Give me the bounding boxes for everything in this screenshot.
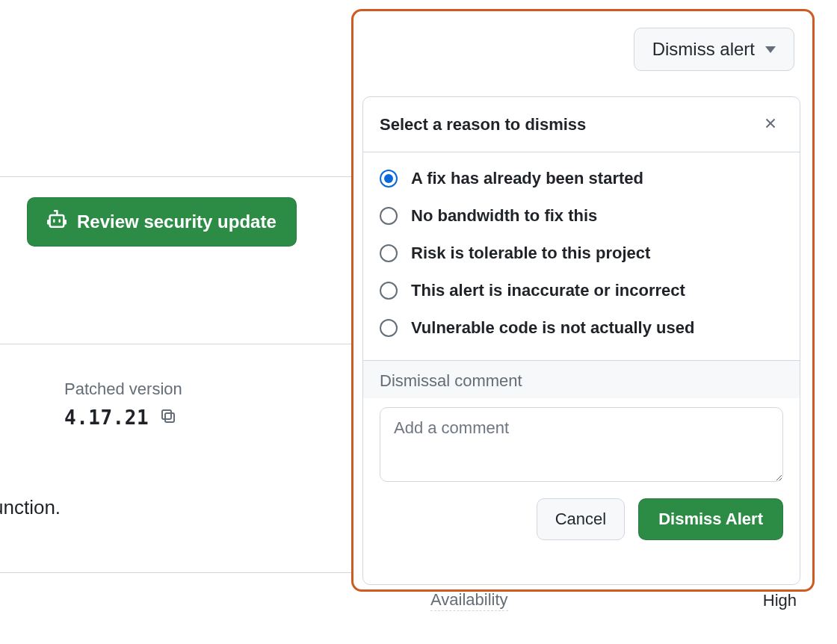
copy-icon[interactable]: [159, 407, 177, 428]
radio-icon: [380, 207, 398, 225]
option-label: Risk is tolerable to this project: [411, 244, 650, 263]
description-fragment: unction.: [0, 496, 61, 519]
option-label: Vulnerable code is not actually used: [411, 318, 694, 338]
option-fix-started[interactable]: A fix has already been started: [380, 160, 783, 197]
modal-title: Select a reason to dismiss: [380, 115, 586, 134]
button-label: Review security update: [77, 211, 277, 232]
svg-rect-0: [165, 413, 174, 422]
option-label: This alert is inaccurate or incorrect: [411, 281, 685, 300]
dismissal-comment-input[interactable]: [380, 407, 783, 482]
option-code-unused[interactable]: Vulnerable code is not actually used: [380, 309, 783, 347]
radio-icon: [380, 244, 398, 262]
dismissal-comment-label: Dismissal comment: [363, 361, 800, 398]
button-label: Dismiss alert: [652, 39, 755, 60]
option-risk-tolerable[interactable]: Risk is tolerable to this project: [380, 235, 783, 272]
dismiss-alert-trigger-button[interactable]: Dismiss alert: [634, 28, 794, 71]
option-label: A fix has already been started: [411, 169, 643, 188]
dismiss-reason-modal: Select a reason to dismiss A fix has alr…: [362, 96, 800, 585]
close-button[interactable]: [758, 111, 783, 138]
option-label: No bandwidth to fix this: [411, 206, 597, 226]
dismiss-alert-popover-outline: Dismiss alert Select a reason to dismiss: [351, 9, 815, 592]
option-inaccurate[interactable]: This alert is inaccurate or incorrect: [380, 272, 783, 309]
availability-label: Availability: [430, 590, 508, 611]
option-no-bandwidth[interactable]: No bandwidth to fix this: [380, 197, 783, 235]
availability-value: High: [763, 591, 797, 610]
close-icon: [762, 115, 779, 134]
radio-icon: [380, 170, 398, 188]
svg-rect-1: [162, 410, 171, 419]
patched-version-label: Patched version: [64, 380, 182, 399]
patched-version-block: Patched version 4.17.21: [64, 380, 182, 429]
patched-version-value: 4.17.21: [64, 406, 149, 429]
dismiss-alert-confirm-button[interactable]: Dismiss Alert: [638, 498, 783, 540]
cancel-button[interactable]: Cancel: [537, 498, 625, 540]
availability-row: Availability High: [430, 590, 797, 611]
radio-icon: [380, 282, 398, 300]
radio-icon: [380, 319, 398, 337]
dependabot-icon: [47, 210, 67, 234]
review-security-update-button[interactable]: Review security update: [27, 197, 297, 247]
dismiss-reason-options: A fix has already been started No bandwi…: [363, 152, 800, 360]
caret-down-icon: [765, 46, 776, 53]
